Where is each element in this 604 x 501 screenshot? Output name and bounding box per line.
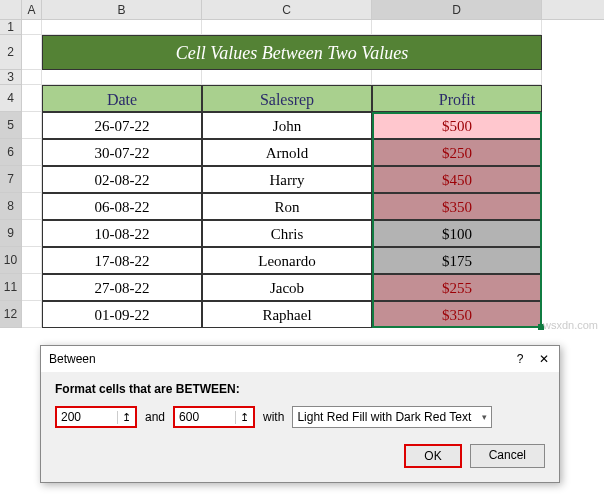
row-header-5[interactable]: 5 (0, 112, 22, 139)
date-cell[interactable]: 01-09-22 (42, 301, 202, 328)
help-button[interactable]: ? (513, 352, 527, 366)
col-header-d[interactable]: D (372, 0, 542, 19)
date-cell[interactable]: 17-08-22 (42, 247, 202, 274)
rep-cell[interactable]: Chris (202, 220, 372, 247)
rep-cell[interactable]: John (202, 112, 372, 139)
row-header-3[interactable]: 3 (0, 70, 22, 85)
cell[interactable] (22, 70, 42, 85)
cell[interactable] (42, 20, 202, 35)
ok-button[interactable]: OK (404, 444, 461, 468)
cell[interactable] (372, 70, 542, 85)
cell[interactable] (202, 70, 372, 85)
cell[interactable] (22, 139, 42, 166)
cancel-button[interactable]: Cancel (470, 444, 545, 468)
cell[interactable] (22, 274, 42, 301)
rep-cell[interactable]: Raphael (202, 301, 372, 328)
date-cell[interactable]: 26-07-22 (42, 112, 202, 139)
row-header-11[interactable]: 11 (0, 274, 22, 301)
header-date[interactable]: Date (42, 85, 202, 112)
col-header-a[interactable]: A (22, 0, 42, 19)
header-profit[interactable]: Profit (372, 85, 542, 112)
row-header-6[interactable]: 6 (0, 139, 22, 166)
rep-cell[interactable]: Leonardo (202, 247, 372, 274)
row-header-8[interactable]: 8 (0, 193, 22, 220)
value2-input-wrap: ↥ (173, 406, 255, 428)
with-label: with (263, 410, 284, 424)
format-combo[interactable]: Light Red Fill with Dark Red Text ▾ (292, 406, 492, 428)
row-headers: 1 2 3 4 5 6 7 8 9 10 11 12 (0, 20, 22, 328)
profit-cell[interactable]: $350 (372, 301, 542, 328)
rep-cell[interactable]: Jacob (202, 274, 372, 301)
between-dialog: Between ? ✕ Format cells that are BETWEE… (40, 345, 560, 483)
cell[interactable] (22, 247, 42, 274)
profit-cell[interactable]: $175 (372, 247, 542, 274)
profit-cell[interactable]: $255 (372, 274, 542, 301)
row-header-1[interactable]: 1 (0, 20, 22, 35)
format-combo-value: Light Red Fill with Dark Red Text (297, 410, 471, 424)
cell[interactable] (202, 20, 372, 35)
cell[interactable] (22, 20, 42, 35)
range-picker-icon[interactable]: ↥ (235, 411, 253, 424)
range-picker-icon[interactable]: ↥ (117, 411, 135, 424)
cell[interactable] (42, 70, 202, 85)
profit-cell[interactable]: $500 (372, 112, 542, 139)
cell[interactable] (22, 301, 42, 328)
rep-cell[interactable]: Harry (202, 166, 372, 193)
row-header-2[interactable]: 2 (0, 35, 22, 70)
cell[interactable] (372, 20, 542, 35)
row-header-12[interactable]: 12 (0, 301, 22, 328)
row-header-4[interactable]: 4 (0, 85, 22, 112)
watermark: wsxdn.com (543, 319, 598, 331)
cell[interactable] (22, 35, 42, 70)
cell[interactable] (22, 85, 42, 112)
col-header-c[interactable]: C (202, 0, 372, 19)
profit-cell[interactable]: $350 (372, 193, 542, 220)
profit-cell[interactable]: $100 (372, 220, 542, 247)
close-button[interactable]: ✕ (537, 352, 551, 366)
date-cell[interactable]: 10-08-22 (42, 220, 202, 247)
date-cell[interactable]: 30-07-22 (42, 139, 202, 166)
select-all-corner[interactable] (0, 0, 22, 20)
title-cell[interactable]: Cell Values Between Two Values (42, 35, 542, 70)
dialog-subtitle: Format cells that are BETWEEN: (55, 382, 545, 396)
rep-cell[interactable]: Ron (202, 193, 372, 220)
row-header-10[interactable]: 10 (0, 247, 22, 274)
row-header-9[interactable]: 9 (0, 220, 22, 247)
column-headers: A B C D (0, 0, 604, 20)
value1-input[interactable] (57, 408, 117, 426)
profit-cell[interactable]: $250 (372, 139, 542, 166)
date-cell[interactable]: 06-08-22 (42, 193, 202, 220)
cell[interactable] (22, 166, 42, 193)
cell[interactable] (22, 220, 42, 247)
profit-cell[interactable]: $450 (372, 166, 542, 193)
cell[interactable] (22, 193, 42, 220)
value2-input[interactable] (175, 408, 235, 426)
header-salesrep[interactable]: Salesrep (202, 85, 372, 112)
dialog-title: Between (49, 352, 96, 366)
value1-input-wrap: ↥ (55, 406, 137, 428)
rep-cell[interactable]: Arnold (202, 139, 372, 166)
and-label: and (145, 410, 165, 424)
dialog-titlebar[interactable]: Between ? ✕ (41, 346, 559, 372)
date-cell[interactable]: 02-08-22 (42, 166, 202, 193)
cell-grid: Cell Values Between Two Values Date Sale… (22, 20, 542, 328)
cell[interactable] (22, 112, 42, 139)
chevron-down-icon: ▾ (482, 412, 487, 422)
col-header-b[interactable]: B (42, 0, 202, 19)
row-header-7[interactable]: 7 (0, 166, 22, 193)
date-cell[interactable]: 27-08-22 (42, 274, 202, 301)
